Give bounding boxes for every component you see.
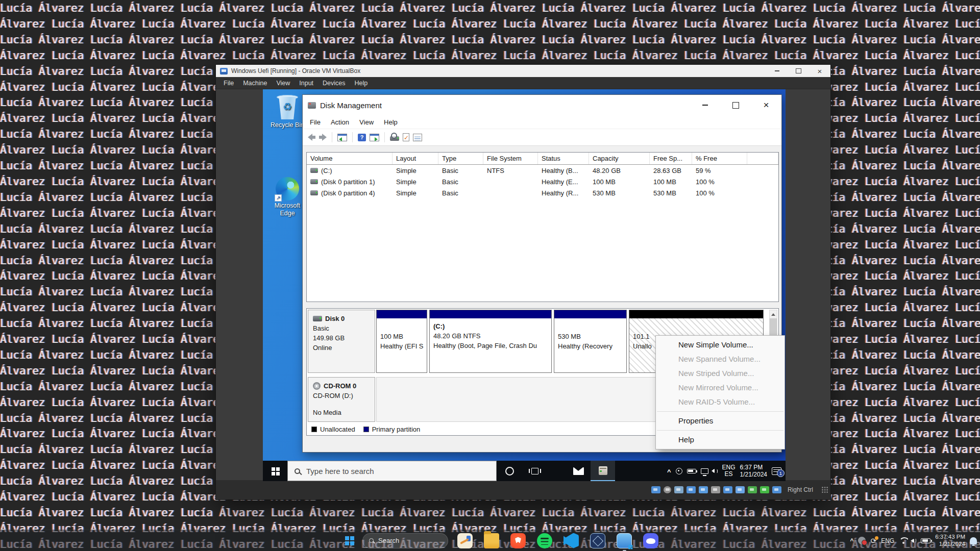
volume-row[interactable]: (C:)SimpleBasicNTFSHealthy (B...48.20 GB… [307,165,778,176]
clipboard-icon[interactable] [760,486,769,493]
column-header-layout[interactable]: Layout [393,153,438,164]
battery-icon[interactable] [687,469,696,473]
disk-management-taskbar-button[interactable] [591,461,615,481]
cell-type: Basic [438,176,483,187]
toolbar-separator [332,132,332,142]
partition-c-drive[interactable]: (C:) 48.20 GB NTFS Healthy (Boot, Page F… [429,310,552,373]
discord-icon[interactable] [641,531,660,550]
file-explorer-icon[interactable] [482,531,501,550]
task-view-button[interactable] [522,461,548,481]
host-search-box[interactable]: Search [362,533,448,548]
cdrom-panel[interactable]: CD-ROM 0 CD-ROM (D:) No Media [308,377,375,422]
notes-app-icon[interactable] [455,531,475,550]
dm-menu-file[interactable]: File [305,118,326,126]
windows-icon[interactable] [736,486,745,493]
host-start-button-icon[interactable] [345,536,349,540]
vm-search-box[interactable]: Type here to search [287,461,497,481]
context-menu-item-properties[interactable]: Properties [656,414,785,428]
shared-folders-icon[interactable] [711,486,720,493]
resize-grip[interactable] [821,486,828,493]
rescan-disks-icon[interactable] [390,136,399,141]
audio-icon[interactable] [674,486,683,493]
partition-status: Healthy (EFI S [380,341,423,351]
minimize-button[interactable] [766,65,788,77]
network-icon[interactable] [748,486,757,493]
context-menu-item-new-simple-volume[interactable]: New Simple Volume... [656,338,785,352]
scroll-up-icon[interactable] [770,310,777,318]
vbox-menu-input[interactable]: Input [295,80,318,87]
file-explorer-glyph [484,533,499,548]
partition-efi[interactable]: 100 MB Healthy (EFI S [376,310,427,373]
column-header-free[interactable]: % Free [692,153,747,164]
forward-icon[interactable] [319,134,327,141]
unallocated-color-swatch [311,427,317,432]
vscode-icon[interactable] [561,531,581,550]
virtualbox-vm-icon[interactable] [615,531,634,550]
disk0-kind: Basic [313,323,370,333]
vbox-menu-view[interactable]: View [272,80,295,87]
context-menu-item-help[interactable]: Help [656,433,785,447]
spotify-icon[interactable] [535,531,554,550]
volume-row[interactable]: (Disk 0 partition 4)SimpleBasicHealthy (… [307,187,778,198]
host-clock[interactable]: 6:37:43 PM 1/21/2024 [935,534,965,547]
back-icon[interactable] [308,134,315,141]
vm-language-indicator[interactable]: ENG ES [722,464,736,478]
volume-row[interactable]: (Disk 0 partition 1)SimpleBasicHealthy (… [307,176,778,187]
action-center-icon[interactable]: 1 [772,467,781,475]
disk0-name: Disk 0 [325,314,345,323]
disk-management-titlebar[interactable]: Disk Management × [303,95,781,115]
mouse-integration-icon[interactable] [772,486,781,493]
dm-menu-view[interactable]: View [354,118,379,126]
column-header-type[interactable]: Type [438,153,483,164]
mail-button[interactable] [566,461,591,481]
volume-icon[interactable] [913,538,916,543]
close-button[interactable]: × [809,65,830,77]
disk0-panel[interactable]: Disk 0 Basic 149.98 GB Online [308,310,375,373]
usb-icon[interactable] [699,486,708,493]
check-document-icon[interactable] [403,133,409,141]
vm-clock[interactable]: 6:37 PM 1/21/2024 [740,464,767,478]
column-header-status[interactable]: Status [538,153,589,164]
mic-muted-icon[interactable] [858,537,866,544]
webcam-icon[interactable] [676,468,682,474]
vbox-menu-machine[interactable]: Machine [238,80,272,87]
partition-recovery[interactable]: 530 MB Healthy (Recovery [554,310,627,373]
displays-icon[interactable] [687,486,696,493]
optical-icon[interactable] [664,486,671,493]
dm-menu-help[interactable]: Help [379,118,403,126]
hidden-icons-chevron-icon[interactable]: ^ [850,537,853,544]
vm-start-button[interactable] [263,461,287,481]
hdd-icon[interactable] [651,486,660,493]
notification-bell-icon[interactable] [970,537,977,544]
network-icon[interactable] [701,468,708,474]
minimize-button[interactable] [690,95,720,115]
maximize-button[interactable] [720,95,751,115]
console-tree-icon[interactable] [337,134,347,141]
virtualbox-icon[interactable] [588,531,607,550]
column-header-capacity[interactable]: Capacity [589,153,650,164]
maximize-button[interactable] [788,65,809,77]
vbox-menu-help[interactable]: Help [350,80,373,87]
vbox-menu-devices[interactable]: Devices [318,80,350,87]
action-list-icon[interactable] [413,134,422,141]
wifi-icon[interactable] [899,537,908,544]
battery-icon[interactable] [921,538,930,543]
column-header-volume[interactable]: Volume [307,153,393,164]
volume-icon[interactable] [713,469,718,473]
cortana-button[interactable] [497,461,522,481]
partition-size: 100 MB [380,332,423,341]
host-language-indicator[interactable]: ENG [881,537,894,544]
help-icon[interactable]: ? [358,134,366,141]
sync-icon[interactable]: ⟳ [870,537,876,544]
vscode-glyph [564,533,579,548]
hidden-icons-chevron-icon[interactable]: ^ [667,468,671,475]
action-pane-icon[interactable] [370,134,379,141]
column-header-file-system[interactable]: File System [483,153,538,164]
close-button[interactable]: × [751,95,781,115]
vbox-menu-file[interactable]: File [219,80,238,87]
virtualbox-titlebar[interactable]: Windows Uefi [Running] - Oracle VM Virtu… [216,65,830,77]
column-header-free-sp[interactable]: Free Sp... [650,153,692,164]
dm-menu-action[interactable]: Action [326,118,354,126]
brave-icon[interactable] [508,531,528,550]
screen-icon[interactable] [723,486,732,493]
